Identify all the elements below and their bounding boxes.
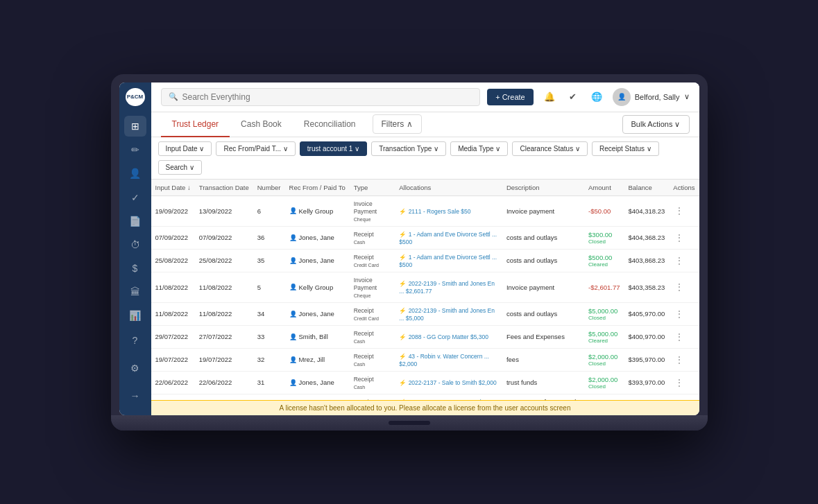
cell-balance: $404,318.23 (624, 195, 669, 226)
cell-number: 36 (253, 226, 285, 249)
cell-transaction-date: 11/08/2022 (195, 302, 253, 325)
sidebar-item-arrow[interactable]: → (124, 385, 146, 407)
col-amount[interactable]: Amount (584, 180, 624, 196)
cell-balance: $400,970.00 (624, 325, 669, 348)
cell-input-date: 19/07/2022 (151, 348, 195, 371)
cell-allocation[interactable]: ⚡ 2111 - Rogers Sale $50 (395, 195, 502, 226)
sidebar-item-person[interactable]: 👤 (124, 163, 146, 184)
cell-description: costs and outlays (502, 302, 584, 325)
cell-allocation[interactable]: ⚡ 2088 - GG Corp Matter $5,300 (395, 325, 502, 348)
cell-number: 6 (253, 195, 285, 226)
filter-trust-account[interactable]: trust account 1 ∨ (300, 141, 367, 156)
cell-type: ReceiptCredit Card (350, 302, 395, 325)
sidebar-item-grid[interactable]: ⊞ (124, 116, 146, 137)
tab-trust-ledger[interactable]: Trust Ledger (161, 112, 230, 137)
cell-allocation[interactable]: ⚡ 2022-2137 - Sale to Smith $2,000 (395, 371, 502, 394)
search-input[interactable] (182, 92, 473, 102)
chevron-down-icon: ∨ (684, 92, 690, 101)
cell-type: ReceiptCash (350, 371, 395, 394)
cell-actions[interactable]: ⋮ (669, 195, 699, 226)
cell-transaction-date: 27/07/2022 (195, 325, 253, 348)
sidebar-item-bank[interactable]: 🏛 (124, 281, 146, 302)
notifications-icon[interactable]: 🔔 (540, 88, 559, 106)
topbar-icons: 🔔 ✔ 🌐 (540, 88, 606, 106)
filter-search[interactable]: Search ∨ (158, 160, 202, 175)
cell-type: ReceiptCredit Card (350, 394, 395, 400)
col-number[interactable]: Number (253, 180, 285, 196)
cell-amount: $2,000.00Closed (584, 371, 624, 394)
create-button[interactable]: + Create (487, 89, 534, 105)
cell-allocation[interactable]: ⚡ 1 - Adam and Eve Divorce Settl ... $50… (395, 249, 502, 272)
cell-amount: $5,000.00Closed (584, 302, 624, 325)
col-rec-from[interactable]: Rec From / Paid To (285, 180, 350, 196)
filter-media-type[interactable]: Media Type ∨ (450, 141, 508, 156)
col-balance[interactable]: Balance (624, 180, 669, 196)
filter-transaction-type[interactable]: Transaction Type ∨ (371, 141, 446, 156)
filter-input-date[interactable]: Input Date ∨ (158, 141, 212, 156)
tasks-icon[interactable]: ✔ (564, 88, 582, 106)
col-allocations[interactable]: Allocations (395, 180, 502, 196)
sidebar-item-settings[interactable]: ⚙ (124, 357, 146, 379)
cell-description: Invoice payment (502, 272, 584, 302)
sidebar-item-file[interactable]: 📄 (124, 211, 146, 232)
cell-rec-from: 👤Jones, Jane (285, 302, 350, 325)
search-bar[interactable]: 🔍 (161, 88, 481, 106)
filter-rec-from[interactable]: Rec From/Paid T... ∨ (216, 141, 295, 156)
cell-input-date: 22/06/2022 (151, 371, 195, 394)
cell-actions[interactable]: ⋮ (669, 371, 699, 394)
app-logo[interactable]: P&CM (126, 88, 145, 106)
table-header-row: Input Date ↓ Transaction Date Number Rec… (151, 180, 699, 196)
table-row: 11/08/2022 11/08/2022 34 👤Jones, Jane Re… (151, 302, 699, 325)
cell-allocation[interactable]: ⚡ 2022-2139 - Smith and Jones En ... $5,… (395, 302, 502, 325)
user-info[interactable]: 👤 Belford, Sally ∨ (613, 88, 690, 106)
cell-balance: $393,970.00 (624, 371, 669, 394)
cell-rec-from: 👤Jones, Jane (285, 394, 350, 400)
globe-icon[interactable]: 🌐 (588, 88, 606, 106)
cell-actions[interactable]: ⋮ (669, 226, 699, 249)
cell-transaction-date: 11/08/2022 (195, 272, 253, 302)
sidebar-item-clock[interactable]: ⏱ (124, 234, 146, 255)
filter-receipt-status[interactable]: Receipt Status ∨ (592, 141, 659, 156)
cell-input-date: 19/09/2022 (151, 195, 195, 226)
sidebar-item-dollar[interactable]: $ (124, 258, 146, 279)
cell-number: 31 (253, 371, 285, 394)
cell-input-date: 25/08/2022 (151, 249, 195, 272)
sidebar-item-help[interactable]: ? (124, 329, 146, 351)
cell-actions[interactable]: ⋮ (669, 348, 699, 371)
cell-actions[interactable]: ⋮ (669, 325, 699, 348)
col-type[interactable]: Type (350, 180, 395, 196)
cell-amount: -$2,601.77 (584, 272, 624, 302)
cell-rec-from: 👤Kelly Group (285, 195, 350, 226)
cell-actions[interactable]: ⋮ (669, 302, 699, 325)
cell-actions[interactable]: ⋮ (669, 394, 699, 400)
cell-input-date: 29/07/2022 (151, 325, 195, 348)
cell-allocation[interactable]: ⚡ 1 - Adam and Eve Divorce Settl ... $50… (395, 226, 502, 249)
cell-description: trust funds (502, 371, 584, 394)
col-transaction-date[interactable]: Transaction Date (195, 180, 253, 196)
cell-allocation[interactable]: ⚡ 2022-2139 - Smith and Jones En ... $2,… (395, 272, 502, 302)
tab-reconciliation[interactable]: Reconciliation (293, 112, 367, 137)
cell-rec-from: 👤Jones, Jane (285, 371, 350, 394)
cell-input-date: 07/09/2022 (151, 226, 195, 249)
cell-allocation[interactable]: ⚡ 2128 - Jones Freeman Settlemen ... $50… (395, 394, 502, 400)
cell-description: costs and outlays (502, 226, 584, 249)
bulk-actions-button[interactable]: Bulk Actions ∨ (622, 115, 690, 134)
sidebar-item-chart[interactable]: 📊 (124, 305, 146, 326)
cell-actions[interactable]: ⋮ (669, 272, 699, 302)
cell-balance: $404,368.23 (624, 226, 669, 249)
sidebar-item-check[interactable]: ✓ (124, 186, 146, 207)
filters-button[interactable]: Filters ∧ (373, 114, 422, 134)
cell-transaction-date: 25/08/2022 (195, 249, 253, 272)
cell-actions[interactable]: ⋮ (669, 249, 699, 272)
tab-cash-book[interactable]: Cash Book (230, 112, 293, 137)
search-icon: 🔍 (169, 92, 178, 101)
cell-allocation[interactable]: ⚡ 43 - Robin v. Water Concern ... $2,000 (395, 348, 502, 371)
cell-balance: $395,970.00 (624, 348, 669, 371)
cell-number: 35 (253, 249, 285, 272)
cell-transaction-date: 22/06/2022 (195, 371, 253, 394)
sidebar-item-pen[interactable]: ✏ (124, 139, 146, 160)
col-input-date[interactable]: Input Date ↓ (151, 180, 195, 196)
filter-clearance-status[interactable]: Clearance Status ∨ (512, 141, 588, 156)
col-description[interactable]: Description (502, 180, 584, 196)
cell-balance: $405,970.00 (624, 302, 669, 325)
